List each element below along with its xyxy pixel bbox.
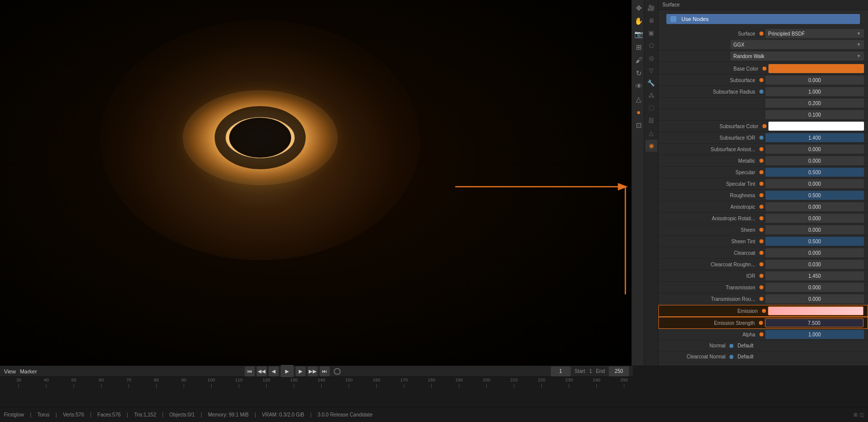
roughness-input[interactable] <box>765 191 864 200</box>
view-icon[interactable]: 👁 <box>633 80 645 92</box>
material-icon[interactable]: ◉ <box>645 140 657 152</box>
distribution-dropdown[interactable]: GGX ▼ <box>730 40 864 49</box>
skip-end-button[interactable]: ⏭ <box>320 366 330 376</box>
surface-dot <box>759 32 763 36</box>
next-frame-button[interactable]: ▶ <box>296 366 306 376</box>
play-button[interactable]: ▶ <box>281 365 294 378</box>
normal-value: Default <box>735 343 864 348</box>
subsurface-color-swatch[interactable] <box>768 122 864 131</box>
object-name-label: Firstglow <box>4 412 24 417</box>
subsurface-anisot-input[interactable] <box>765 145 864 154</box>
viewport[interactable] <box>0 0 633 365</box>
cursor-icon[interactable]: ✥ <box>633 2 645 14</box>
clearcoat-input[interactable] <box>765 248 864 257</box>
sheen-row: Sheen <box>658 224 868 236</box>
ruler-mark-110: 110 <box>225 377 253 388</box>
ior-input[interactable] <box>765 271 864 280</box>
view-layer-icon[interactable]: ▣ <box>645 27 657 39</box>
use-nodes-row: Use Nodes <box>658 10 868 28</box>
clearcoat-label: Clearcoat <box>662 250 759 256</box>
prev-frame-button[interactable]: ◀ <box>269 366 279 376</box>
particles-icon[interactable]: ⁂ <box>645 90 657 102</box>
end-frame-input[interactable] <box>609 366 629 376</box>
keyframe-marker <box>334 368 341 375</box>
faces-label: Faces:576 <box>98 412 121 417</box>
sheen-tint-input[interactable] <box>765 237 864 246</box>
specular-dot <box>759 170 763 174</box>
ruler-mark-140: 140 <box>308 377 335 388</box>
annotation-arrow <box>450 179 633 309</box>
physics-icon[interactable]: 〇 <box>645 102 657 114</box>
subsurface-ior-input[interactable] <box>765 133 864 142</box>
surface-row: Surface Principled BSDF ▼ <box>658 28 868 39</box>
grid-icon[interactable]: ⊞ <box>633 41 645 53</box>
transmission-label: Transmission <box>662 285 759 290</box>
ruler-mark-170: 170 <box>390 377 418 388</box>
scene-icon[interactable]: ⬡ <box>645 40 657 52</box>
material-ball-icon[interactable]: ● <box>633 106 645 118</box>
render-icon[interactable]: 🎥 <box>645 2 657 14</box>
ruler-mark-120: 120 <box>253 377 280 388</box>
subsurface-radius-b-input[interactable] <box>765 110 864 119</box>
object-props-icon[interactable]: ▽ <box>645 65 657 77</box>
metallic-label: Metallic <box>662 158 759 164</box>
status-icon-left: ⊞ <box>853 412 857 417</box>
ruler-mark-230: 230 <box>555 377 583 388</box>
alpha-input[interactable] <box>765 330 864 339</box>
metallic-input[interactable] <box>765 156 864 165</box>
anisotropic-label: Anisotropic <box>662 204 759 210</box>
surface-label: Surface <box>662 31 759 37</box>
specular-tint-input[interactable] <box>765 179 864 188</box>
base-color-label: Base Color <box>662 66 762 72</box>
move-icon[interactable]: ✋ <box>633 15 645 27</box>
transmission-roughness-input[interactable] <box>765 294 864 303</box>
tangent-value: Default <box>735 365 864 365</box>
start-frame-label: 1 <box>589 368 592 374</box>
subsurface-radius-g-input[interactable] <box>765 99 864 108</box>
clearcoat-roughness-input[interactable] <box>765 260 864 269</box>
emission-color-swatch[interactable] <box>768 306 864 315</box>
skip-start-button[interactable]: ⏮ <box>245 366 255 376</box>
properties-panel: Surface Use Nodes Surface Principled BSD… <box>658 0 868 365</box>
use-nodes-button[interactable]: Use Nodes <box>666 14 860 24</box>
subsurface-radius-input[interactable] <box>765 87 864 96</box>
timeline-view-label[interactable]: View <box>4 368 16 374</box>
base-color-swatch[interactable] <box>768 64 864 73</box>
timeline-marker-label[interactable]: Marker <box>20 368 37 374</box>
output-icon[interactable]: 🖥 <box>645 15 657 27</box>
next-keyframe-button[interactable]: ▶▶ <box>308 366 318 376</box>
emission-strength-input[interactable] <box>765 318 864 327</box>
surface-dropdown[interactable]: Principled BSDF ▼ <box>765 29 864 38</box>
rotate-icon[interactable]: ↻ <box>633 67 645 79</box>
end-label: End <box>596 368 605 374</box>
transmission-roughness-dot <box>759 297 763 301</box>
brush-icon[interactable]: 🖌 <box>633 54 645 66</box>
specular-label: Specular <box>662 170 759 175</box>
roughness-label: Roughness <box>662 193 759 198</box>
modifier-icon[interactable]: 🔧 <box>645 77 657 89</box>
prev-keyframe-button[interactable]: ◀◀ <box>257 366 267 376</box>
alpha-dot <box>759 332 763 336</box>
transmission-input[interactable] <box>765 283 864 292</box>
subsurface-method-dropdown[interactable]: Random Walk ▼ <box>730 52 864 61</box>
ruler-mark-90: 90 <box>170 377 198 388</box>
camera-icon[interactable]: 📷 <box>633 28 645 40</box>
normal-row: Normal Default <box>658 340 868 351</box>
sheen-input[interactable] <box>765 225 864 234</box>
subsurface-color-label: Subsurface Color <box>662 124 762 129</box>
ruler-mark-50: 50 <box>60 377 88 388</box>
mesh-icon[interactable]: △ <box>633 93 645 105</box>
verts-label: Verts:576 <box>63 412 84 417</box>
ruler-mark-80: 80 <box>143 377 170 388</box>
current-frame-input[interactable] <box>551 366 571 376</box>
constraints-icon[interactable]: ⛓ <box>645 115 657 127</box>
anisotropic-input[interactable] <box>765 202 864 211</box>
world-icon[interactable]: ◎ <box>645 52 657 64</box>
emission-dot <box>762 309 766 313</box>
subsurface-input[interactable] <box>765 76 864 85</box>
object-data-icon[interactable]: △ <box>645 127 657 139</box>
ruler-mark-160: 160 <box>363 377 390 388</box>
checker-icon[interactable]: ⊡ <box>633 119 645 131</box>
specular-input[interactable] <box>765 168 864 177</box>
anisotropic-rotation-input[interactable] <box>765 214 864 223</box>
